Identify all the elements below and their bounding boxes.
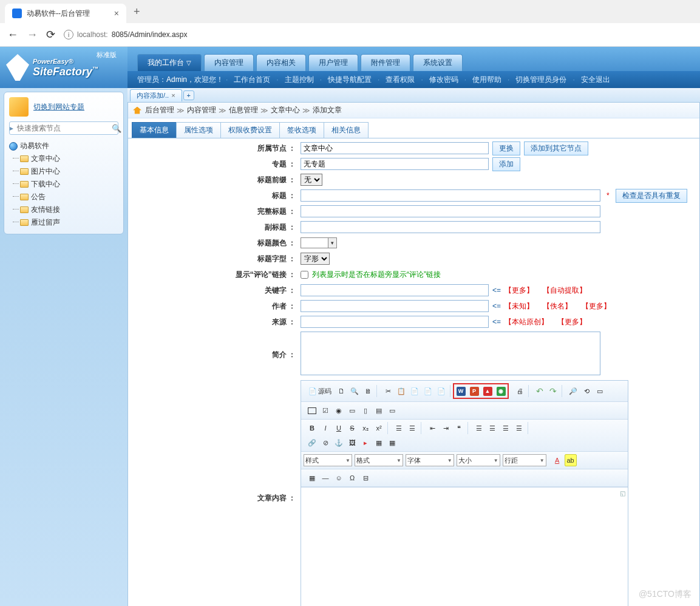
pagebreak-icon[interactable]: ⊟ [359,472,372,484]
outdent-icon[interactable]: ⇤ [426,422,438,434]
author-more-link[interactable]: 【更多】 [582,301,611,312]
crumb-info[interactable]: 信息管理 [229,105,258,115]
subnav-logout[interactable]: 安全退出 [577,75,614,85]
url-display[interactable]: i localhost:8085/Admin/index.aspx [64,30,693,39]
crumb-admin[interactable]: 后台管理 [145,105,174,115]
underline-icon[interactable]: U [333,422,345,434]
titlefont-select[interactable]: 字形 [301,253,330,265]
topic-input[interactable] [301,158,489,170]
keywords-input[interactable] [301,284,489,296]
kw-auto-link[interactable]: 【自动提取】 [543,285,586,296]
add-other-node-button[interactable]: 添加到其它节点 [524,141,588,155]
resize-icon[interactable]: ◱ [620,490,625,497]
new-tab-button[interactable]: + [134,5,140,18]
tree-item-links[interactable]: 友情链接 [20,203,118,216]
link-icon[interactable]: 🔗 [306,437,318,449]
word-icon[interactable]: W [455,385,467,397]
tree-item-articles[interactable]: 文章中心 [20,152,118,165]
textfield-icon[interactable]: ▭ [346,404,358,417]
radio-icon[interactable]: ◉ [333,404,345,417]
source-button[interactable]: 📄 源码 [306,386,334,397]
bold-icon[interactable]: B [306,422,318,434]
back-button[interactable]: ← [7,29,18,41]
bullist-icon[interactable]: ☰ [406,422,418,434]
form-tab-perm[interactable]: 权限收费设置 [220,122,280,138]
check-dup-button[interactable]: 检查是否具有重复 [616,189,687,203]
paste-word-icon[interactable]: 📄 [435,385,447,397]
subnav-switch[interactable]: 切换管理员身份 [512,75,570,85]
button-icon[interactable]: ▭ [386,404,398,417]
browser-tab[interactable]: 动易软件--后台管理 × [5,4,126,23]
source-orig-link[interactable]: 【本站原创】 [505,317,548,327]
template-icon[interactable]: 🗎 [362,385,374,397]
linesp-select[interactable]: 行距▼ [503,454,546,466]
hr-icon[interactable]: — [319,472,331,484]
blockquote-icon[interactable]: ❝ [453,422,465,434]
undo-icon[interactable] [534,385,546,397]
switch-site-link[interactable]: 切换到网站专题 [33,102,84,112]
author-anon-link[interactable]: 【佚名】 [543,301,572,312]
bgcolor-icon[interactable]: ab [565,454,577,466]
page-tab-add[interactable]: + [183,90,194,100]
crumb-articles[interactable]: 文章中心 [271,105,300,115]
change-node-button[interactable]: 更换 [492,141,520,155]
tree-item-notice[interactable]: 公告 [20,191,118,203]
image-icon[interactable]: 🖼 [346,437,358,449]
form-tab-related[interactable]: 相关信息 [324,122,369,138]
textarea-icon[interactable]: ▯ [359,404,372,417]
subscript-icon[interactable]: x₂ [359,422,372,434]
subtitle-input[interactable] [301,221,600,233]
selectall-icon[interactable]: ▭ [594,385,606,397]
kw-more-link[interactable]: 【更多】 [505,285,534,296]
nav-tab-attachment[interactable]: 附件管理 [361,54,410,71]
cut-icon[interactable]: ✂ [382,385,394,397]
close-icon[interactable]: × [171,92,175,99]
replace-icon[interactable]: ⟲ [580,385,593,397]
form-tab-sign[interactable]: 签收选项 [279,122,324,138]
media-icon[interactable]: ▦ [373,437,385,449]
form-icon[interactable] [306,404,318,417]
format-select[interactable]: 格式▼ [355,454,403,466]
crumb-content[interactable]: 内容管理 [187,105,216,115]
subnav-theme[interactable]: 主题控制 [281,75,318,85]
source-input[interactable] [301,316,489,328]
style-select[interactable]: 样式▼ [304,454,352,466]
search-input[interactable] [13,122,112,134]
strike-icon[interactable]: S [346,422,358,434]
emoji-icon[interactable]: ☺ [333,472,345,484]
find-icon[interactable]: 🔎 [567,385,579,397]
paste-icon[interactable]: 📄 [409,385,421,397]
form-tab-basic[interactable]: 基本信息 [132,122,177,138]
textcolor-icon[interactable]: A [551,454,563,466]
site-info-icon[interactable]: i [64,30,73,39]
showcomment-checkbox[interactable] [301,271,308,279]
anchor-icon[interactable]: ⚓ [333,437,345,449]
page-tab-addcontent[interactable]: 内容添加/.. × [130,89,182,101]
intro-textarea[interactable] [301,332,600,375]
form-tab-attr[interactable]: 属性选项 [176,122,221,138]
home-icon[interactable] [133,107,141,114]
fulltitle-input[interactable] [301,205,600,217]
tab-close-icon[interactable]: × [114,9,119,18]
select-icon[interactable]: ▤ [373,404,385,417]
specialchar-icon[interactable]: Ω [346,472,358,484]
author-input[interactable] [301,300,489,312]
newpage-icon[interactable]: 🗋 [335,385,347,397]
search-button[interactable]: 🔍 [112,122,121,134]
checkbox-icon[interactable]: ☑ [319,404,331,417]
table-insert-icon[interactable]: ▦ [306,472,318,484]
superscript-icon[interactable]: x² [373,422,385,434]
align-left-icon[interactable]: ☰ [473,422,485,434]
unlink-icon[interactable]: ⊘ [319,437,331,449]
tree-root[interactable]: 动易软件 [9,140,118,152]
tree-item-guestbook[interactable]: 雁过留声 [20,216,118,229]
subnav-perm[interactable]: 查看权限 [382,75,418,85]
subnav-quicknav[interactable]: 快捷导航配置 [324,75,375,85]
redo-icon[interactable] [547,385,559,397]
nav-tab-related[interactable]: 内容相关 [256,54,306,71]
ppt-icon[interactable]: P [468,385,480,397]
nav-tab-settings[interactable]: 系统设置 [413,54,463,71]
flash-icon[interactable]: ▸ [359,437,372,449]
color-picker[interactable]: ▾ [301,237,337,248]
image-upload-icon[interactable]: ◉ [495,385,507,397]
